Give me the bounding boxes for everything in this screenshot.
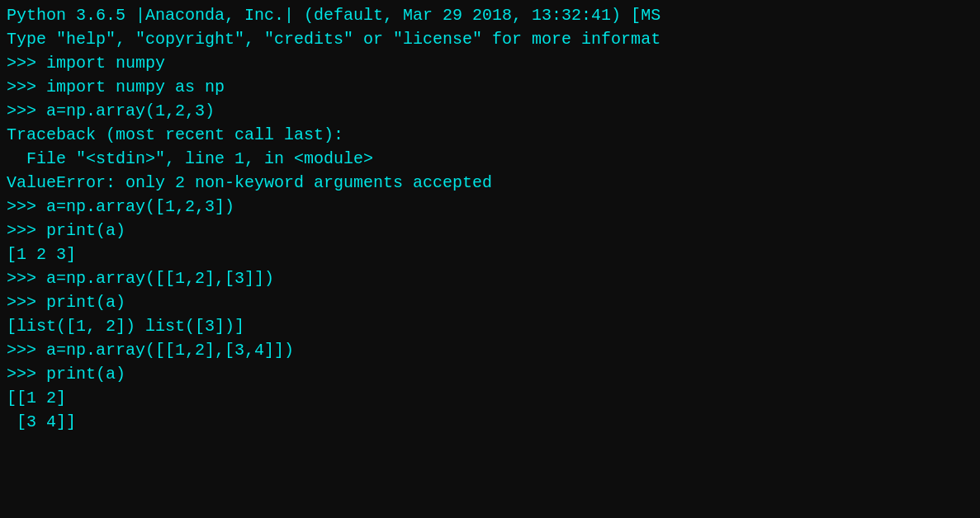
terminal-line: Type "help", "copyright", "credits" or "…: [7, 27, 973, 51]
terminal-line: >>> a=np.array([[1,2],[3]]): [7, 266, 973, 290]
terminal-line: >>> print(a): [7, 219, 973, 243]
terminal-line: >>> print(a): [7, 362, 973, 386]
terminal-line: >>> a=np.array([[1,2],[3,4]]): [7, 338, 973, 362]
terminal-line: >>> print(a): [7, 290, 973, 314]
terminal-line: [3 4]]: [7, 410, 973, 434]
terminal-line: >>> a=np.array([1,2,3]): [7, 195, 973, 219]
terminal-line: Traceback (most recent call last):: [7, 123, 973, 147]
terminal-line: Python 3.6.5 |Anaconda, Inc.| (default, …: [7, 3, 973, 27]
terminal-line: [list([1, 2]) list([3])]: [7, 314, 973, 338]
terminal-line: >>> import numpy as np: [7, 75, 973, 99]
terminal-line: >>> a=np.array(1,2,3): [7, 99, 973, 123]
terminal-line: >>> import numpy: [7, 51, 973, 75]
terminal-output: Python 3.6.5 |Anaconda, Inc.| (default, …: [7, 3, 973, 434]
terminal-line: [1 2 3]: [7, 243, 973, 266]
terminal-line: ValueError: only 2 non-keyword arguments…: [7, 171, 973, 195]
terminal-window[interactable]: Python 3.6.5 |Anaconda, Inc.| (default, …: [0, 0, 980, 518]
terminal-line: File "<stdin>", line 1, in <module>: [7, 147, 973, 171]
terminal-line: [[1 2]: [7, 386, 973, 410]
